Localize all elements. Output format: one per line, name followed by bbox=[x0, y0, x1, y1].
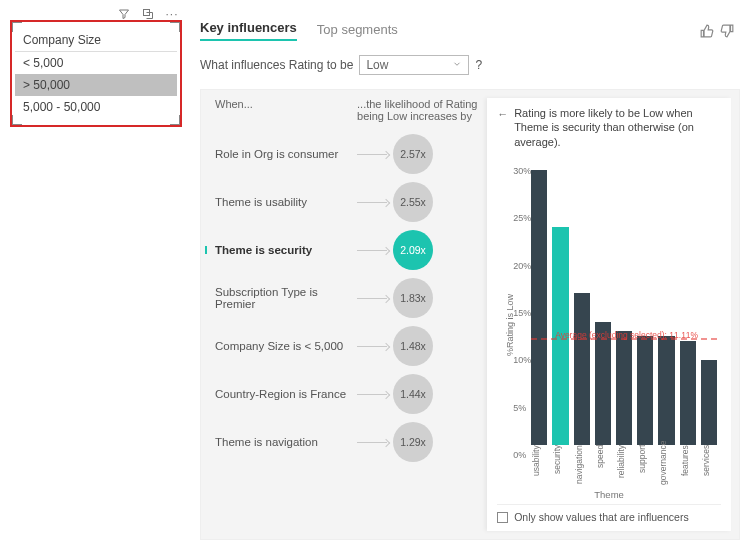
y-tick: 10% bbox=[513, 355, 531, 365]
slicer-item[interactable]: 5,000 - 50,000 bbox=[15, 96, 177, 118]
slicer-item[interactable]: < 5,000 bbox=[15, 52, 177, 74]
y-axis-label: %Rating is Low bbox=[505, 294, 515, 356]
y-tick: 25% bbox=[513, 213, 531, 223]
x-tick: governance bbox=[658, 445, 674, 487]
dropdown-value: Low bbox=[366, 58, 388, 72]
influence-bubble: 1.48x bbox=[393, 326, 433, 366]
connector-line bbox=[357, 394, 387, 395]
connector-line bbox=[357, 346, 387, 347]
tab-top-segments[interactable]: Top segments bbox=[317, 22, 398, 41]
influencer-row[interactable]: Theme is usability2.55x bbox=[209, 178, 483, 226]
bar[interactable] bbox=[680, 341, 696, 445]
connector-line bbox=[357, 202, 387, 203]
insight-text: Rating is more likely to be Low when The… bbox=[514, 106, 721, 149]
influence-bubble: 2.55x bbox=[393, 182, 433, 222]
thumbs-down-icon[interactable] bbox=[720, 24, 734, 41]
checkbox-icon[interactable] bbox=[497, 512, 508, 523]
question-suffix: ? bbox=[475, 58, 482, 72]
average-line: Average (excluding selected): 11.11% bbox=[531, 338, 717, 340]
connector-line bbox=[357, 154, 387, 155]
tabs: Key influencersTop segments bbox=[200, 20, 740, 41]
connector-line bbox=[357, 442, 387, 443]
insight-panel: ← Rating is more likely to be Low when T… bbox=[487, 98, 731, 531]
influencer-row[interactable]: Role in Org is consumer2.57x bbox=[209, 130, 483, 178]
slicer-body: ··· Company Size < 5,000> 50,0005,000 - … bbox=[14, 24, 178, 123]
x-tick: security bbox=[552, 445, 568, 487]
bar[interactable] bbox=[658, 336, 674, 445]
feedback-controls bbox=[700, 24, 734, 41]
influencer-label: Subscription Type is Premier bbox=[209, 286, 357, 310]
x-tick: navigation bbox=[574, 445, 590, 487]
x-tick: speed bbox=[595, 445, 611, 487]
filter-icon[interactable] bbox=[117, 7, 131, 21]
influencer-label: Country-Region is France bbox=[209, 388, 357, 400]
influencer-label: Role in Org is consumer bbox=[209, 148, 357, 160]
y-tick: 0% bbox=[513, 450, 526, 460]
tab-key-influencers[interactable]: Key influencers bbox=[200, 20, 297, 41]
influencer-list: When... ...the likelihood of Rating bein… bbox=[201, 90, 487, 539]
target-value-dropdown[interactable]: Low bbox=[359, 55, 469, 75]
more-options-icon[interactable]: ··· bbox=[165, 7, 179, 21]
bar[interactable] bbox=[531, 170, 547, 445]
influence-bubble: 1.44x bbox=[393, 374, 433, 414]
back-arrow-icon[interactable]: ← bbox=[497, 106, 508, 149]
slicer-company-size: ··· Company Size < 5,000> 50,0005,000 - … bbox=[10, 20, 182, 127]
x-axis-ticks: usabilitysecuritynavigationspeedreliabil… bbox=[531, 445, 717, 487]
thumbs-up-icon[interactable] bbox=[700, 24, 714, 41]
x-tick: features bbox=[680, 445, 696, 487]
chevron-down-icon bbox=[452, 58, 462, 72]
only-show-label: Only show values that are influencers bbox=[514, 511, 689, 523]
influencer-label: Theme is usability bbox=[209, 196, 357, 208]
x-tick: services bbox=[701, 445, 717, 487]
bar[interactable] bbox=[616, 331, 632, 445]
bar[interactable] bbox=[595, 322, 611, 445]
x-axis-label: Theme bbox=[497, 489, 721, 500]
bar[interactable] bbox=[574, 293, 590, 445]
y-tick: 15% bbox=[513, 308, 531, 318]
influencer-row[interactable]: Theme is navigation1.29x bbox=[209, 418, 483, 466]
x-tick: usability bbox=[531, 445, 547, 487]
influencer-label: Theme is security bbox=[209, 244, 357, 256]
influencer-row[interactable]: Country-Region is France1.44x bbox=[209, 370, 483, 418]
influence-bubble: 1.83x bbox=[393, 278, 433, 318]
influencer-label: Company Size is < 5,000 bbox=[209, 340, 357, 352]
only-show-influencers-toggle[interactable]: Only show values that are influencers bbox=[497, 504, 721, 523]
analysis-question: What influences Rating to be Low ? bbox=[200, 55, 740, 75]
header-effect: ...the likelihood of Rating being Low in… bbox=[357, 98, 483, 122]
average-label: Average (excluding selected): 11.11% bbox=[555, 330, 698, 340]
influence-bubble: 2.57x bbox=[393, 134, 433, 174]
y-tick: 5% bbox=[513, 403, 526, 413]
column-headers: When... ...the likelihood of Rating bein… bbox=[209, 98, 483, 122]
connector-line bbox=[357, 250, 387, 251]
y-tick: 20% bbox=[513, 261, 531, 271]
bar[interactable] bbox=[637, 336, 653, 445]
focus-mode-icon[interactable] bbox=[141, 7, 155, 21]
connector-line bbox=[357, 298, 387, 299]
slicer-item[interactable]: > 50,000 bbox=[15, 74, 177, 96]
influencer-row[interactable]: Subscription Type is Premier1.83x bbox=[209, 274, 483, 322]
bar[interactable] bbox=[701, 360, 717, 445]
slicer-title: Company Size bbox=[15, 29, 177, 52]
x-tick: reliability bbox=[616, 445, 632, 487]
key-influencers-visual: Key influencersTop segments What influen… bbox=[200, 20, 740, 540]
insight-chart: %Rating is Low Average (excluding select… bbox=[497, 155, 721, 487]
influencer-label: Theme is navigation bbox=[209, 436, 357, 448]
influencer-row[interactable]: Company Size is < 5,0001.48x bbox=[209, 322, 483, 370]
influencer-row[interactable]: Theme is security2.09x bbox=[209, 226, 483, 274]
influencer-content: When... ...the likelihood of Rating bein… bbox=[200, 89, 740, 540]
influence-bubble: 2.09x bbox=[393, 230, 433, 270]
influence-bubble: 1.29x bbox=[393, 422, 433, 462]
header-when: When... bbox=[209, 98, 357, 122]
visual-toolbar: ··· bbox=[117, 7, 179, 21]
question-prefix: What influences Rating to be bbox=[200, 58, 353, 72]
y-tick: 30% bbox=[513, 166, 531, 176]
x-tick: support bbox=[637, 445, 653, 487]
